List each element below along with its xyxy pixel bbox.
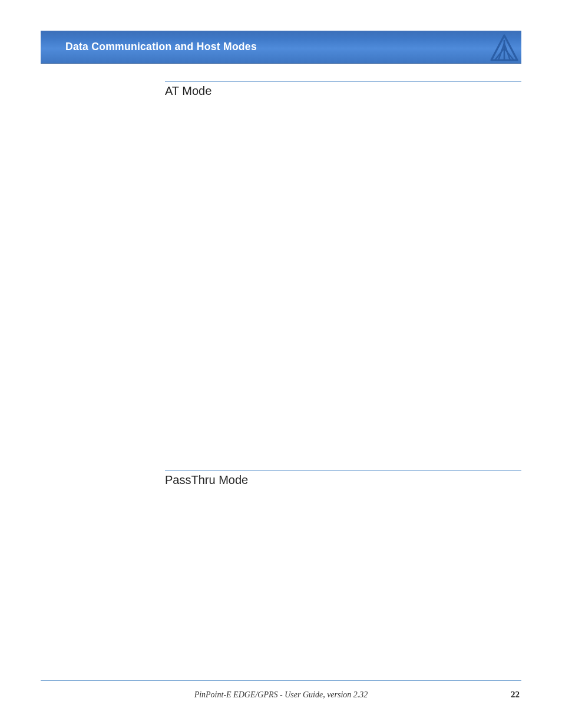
brand-logo-icon xyxy=(490,34,518,62)
content-area: AT Mode PassThru Mode xyxy=(165,81,521,494)
section-header-bar: Data Communication and Host Modes xyxy=(41,31,521,64)
page-number: 22 xyxy=(511,690,520,700)
footer-rule xyxy=(41,680,521,681)
footer-doc-title: PinPoint-E EDGE/GPRS - User Guide, versi… xyxy=(0,690,562,700)
section-heading-passthru-mode: PassThru Mode xyxy=(165,473,521,487)
document-page: Data Communication and Host Modes AT Mod… xyxy=(0,0,562,728)
header-title: Data Communication and Host Modes xyxy=(65,41,257,53)
section-rule xyxy=(165,81,521,82)
section-rule xyxy=(165,470,521,471)
section-heading-at-mode: AT Mode xyxy=(165,84,521,98)
body-spacer xyxy=(165,105,521,470)
